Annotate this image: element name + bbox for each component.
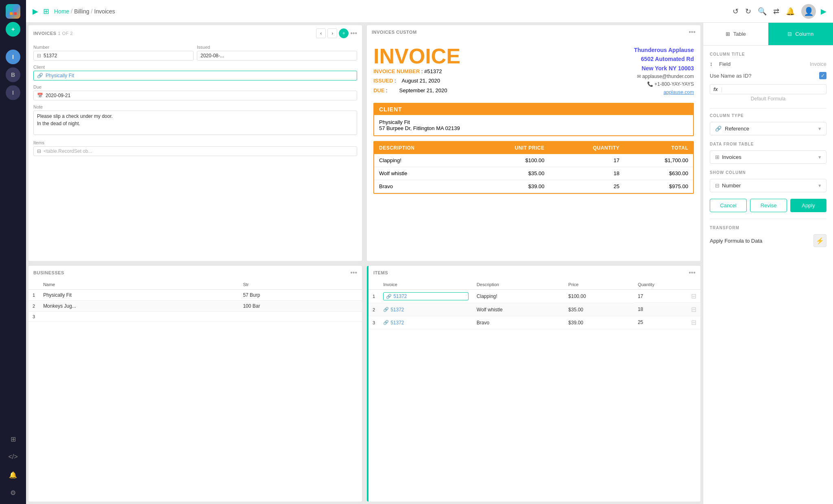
invoice-row-description: Bravo xyxy=(374,180,468,193)
issued-field-group: Issued 2020-08-... xyxy=(197,45,357,61)
sidebar-grid-icon[interactable]: ⊞ xyxy=(6,432,20,446)
breadcrumb-home[interactable]: Home xyxy=(54,8,69,15)
nav-back-icon[interactable]: ▶ xyxy=(33,7,38,16)
search-button[interactable]: 🔍 xyxy=(758,7,767,16)
invoice-row-quantity: 25 xyxy=(550,180,624,193)
invoice-th-total: TOTAL xyxy=(624,142,693,154)
businesses-more-icon[interactable]: ••• xyxy=(350,269,357,276)
redo-button[interactable]: ↻ xyxy=(745,7,751,16)
number-input[interactable]: ⊟ 51372 xyxy=(33,51,194,61)
breadcrumb-billing[interactable]: Billing xyxy=(74,8,89,15)
apply-button[interactable]: Apply xyxy=(790,199,826,212)
breadcrumb-invoices[interactable]: Invoices xyxy=(94,8,115,15)
items-invoice-cell[interactable]: 🔗 51372 xyxy=(379,316,473,329)
lightning-button[interactable]: ⚡ xyxy=(813,234,826,247)
businesses-street-cell[interactable]: 100 Bar xyxy=(239,301,362,312)
table-row[interactable]: 2 Monkeys Jug... 100 Bar xyxy=(28,301,362,312)
items-invoice-cell[interactable]: 🔗 51372 xyxy=(379,290,473,303)
invoice-right: Thunderous Applause 6502 Automated Rd Ne… xyxy=(634,46,694,96)
items-panel-header: ITEMS ••• xyxy=(369,266,700,280)
nav-forward-icon[interactable]: ▶ xyxy=(821,7,826,16)
transform-row: Apply Formula to Data ⚡ xyxy=(710,234,826,247)
items-price-cell: $100.00 xyxy=(564,290,634,303)
field-sort-icon: ↕ xyxy=(710,61,713,67)
row-action-icon[interactable]: ⊟ xyxy=(691,319,696,326)
sidebar-bell-icon[interactable]: 🔔 xyxy=(6,467,20,482)
tab-table[interactable]: ⊞ Table xyxy=(703,23,768,45)
add-record-button[interactable]: + xyxy=(339,28,349,38)
due-input[interactable]: 📅 2020-09-21 xyxy=(33,91,357,100)
share-button[interactable]: ⇄ xyxy=(773,7,779,16)
businesses-street-cell[interactable]: 57 Burp xyxy=(239,290,362,301)
undo-button[interactable]: ↺ xyxy=(733,7,739,16)
businesses-name-cell[interactable]: Physically Fit xyxy=(39,290,239,301)
client-link-icon: 🔗 xyxy=(37,73,43,78)
table-row[interactable]: 3 🔗 51372 Bravo $39.00 25 ⊟ xyxy=(369,316,700,329)
items-price-cell: $35.00 xyxy=(564,303,634,316)
invoice-client-name: Physically Fit xyxy=(379,119,688,125)
items-invoice-cell[interactable]: 🔗 51372 xyxy=(379,303,473,316)
table-row[interactable]: 1 🔗 51372 Clapping! $100.00 17 ⊟ xyxy=(369,290,700,303)
businesses-name-cell[interactable] xyxy=(39,312,239,322)
row-action-icon[interactable]: ⊟ xyxy=(691,292,696,300)
bell-button[interactable]: 🔔 xyxy=(786,7,795,16)
table-row[interactable]: 1 Physically Fit 57 Burp xyxy=(28,290,362,301)
businesses-street-cell[interactable] xyxy=(239,312,362,322)
field-label: Field xyxy=(719,61,731,67)
items-more-icon[interactable]: ••• xyxy=(689,269,696,276)
sidebar-item-i1[interactable]: I xyxy=(6,50,20,64)
items-description-cell[interactable]: Bravo xyxy=(473,316,564,329)
nav-home-icon[interactable]: ⊞ xyxy=(43,7,49,16)
data-from-section-label: DATA FROM TABLE xyxy=(710,142,826,146)
sidebar-item-b[interactable]: B xyxy=(6,67,20,82)
invoice-preview-body: INVOICE INVOICE NUMBER : #51372 ISSUED :… xyxy=(367,39,700,261)
column-title-section-label: COLUMN TITLE xyxy=(710,52,826,56)
sidebar-item-i2[interactable]: I xyxy=(6,85,20,100)
items-label: Items xyxy=(33,140,357,145)
invoice-row-total: $975.00 xyxy=(624,180,693,193)
items-panel: ITEMS ••• Invoice Description Price Quan… xyxy=(367,266,700,502)
items-th-price: Price xyxy=(564,280,634,290)
right-panel-tabs: ⊞ Table ⊟ Column xyxy=(703,23,833,46)
formula-fx-button[interactable]: fx xyxy=(713,87,718,92)
number-field-icon: ⊟ xyxy=(37,53,41,59)
client-link[interactable]: Physically Fit xyxy=(46,73,74,78)
sidebar-settings-icon[interactable]: ⚙ xyxy=(6,485,20,500)
panel-more-icon[interactable]: ••• xyxy=(350,30,357,37)
main-area: ▶ ⊞ Home / Billing / Invoices ↺ ↻ 🔍 ⇄ 🔔 … xyxy=(26,0,833,504)
sidebar-add-button[interactable]: + xyxy=(6,22,20,37)
revise-button[interactable]: Revise xyxy=(750,199,787,212)
client-input[interactable]: 🔗 Physically Fit xyxy=(33,71,357,80)
items-input[interactable]: ⊟ <table.RecordSet ob... xyxy=(33,146,357,156)
businesses-name-cell[interactable]: Monkeys Jug... xyxy=(39,301,239,312)
invoice-preview-more-icon[interactable]: ••• xyxy=(689,28,696,36)
column-type-select[interactable]: 🔗 Reference ▾ xyxy=(710,122,826,135)
data-from-table-icon: ⊞ xyxy=(715,154,720,160)
table-row[interactable]: 2 🔗 51372 Wolf whistle $35.00 18 ⊟ xyxy=(369,303,700,316)
items-description-cell[interactable]: Clapping! xyxy=(473,290,564,303)
issued-input[interactable]: 2020-08-... xyxy=(197,51,357,61)
prev-record-button[interactable]: ‹ xyxy=(316,28,326,38)
apply-formula-label: Apply Formula to Data xyxy=(710,238,762,244)
row-action-icon[interactable]: ⊟ xyxy=(691,306,696,313)
data-from-select[interactable]: ⊞ Invoices ▾ xyxy=(710,150,826,164)
use-name-checkbox[interactable]: ✓ xyxy=(819,72,826,79)
user-avatar[interactable]: 👤 xyxy=(801,4,816,19)
cancel-button[interactable]: Cancel xyxy=(710,199,747,212)
sidebar-code-icon[interactable]: </> xyxy=(6,450,20,464)
invoices-counter: 1 OF 2 xyxy=(58,31,73,36)
show-column-select[interactable]: ⊟ Number ▾ xyxy=(710,179,826,192)
invoice-number-value: #51372 xyxy=(424,68,442,74)
column-type-icon: 🔗 xyxy=(715,126,722,132)
show-column-value: Number xyxy=(722,182,818,189)
formula-input[interactable] xyxy=(726,86,823,92)
table-row[interactable]: 3 xyxy=(28,312,362,322)
items-description-cell[interactable]: Wolf whistle xyxy=(473,303,564,316)
tab-column[interactable]: ⊟ Column xyxy=(768,23,833,45)
next-record-button[interactable]: › xyxy=(327,28,337,38)
items-th-description: Description xyxy=(473,280,564,290)
items-table-icon: ⊟ xyxy=(37,148,41,154)
invoice-website-link[interactable]: applause.com xyxy=(663,89,694,95)
note-field-group: Note Please slip a check under my door. … xyxy=(33,104,357,136)
note-textarea[interactable]: Please slip a check under my door. In th… xyxy=(33,111,357,135)
